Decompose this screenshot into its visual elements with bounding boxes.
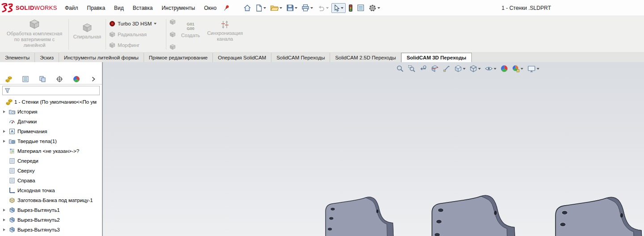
open-button[interactable] — [269, 3, 284, 13]
display-manager-tab[interactable] — [72, 75, 81, 84]
tree-item-cut-extrude-2[interactable]: Вырез-Вытянуть2 — [0, 215, 102, 225]
menu-edit[interactable]: Правка — [83, 3, 110, 13]
display-style-button[interactable] — [469, 64, 481, 73]
tab-solidcam-25d[interactable]: SolidCAM 2.5D Переходы — [330, 53, 401, 62]
tab-solidcam-3d[interactable]: SolidCAM 3D Переходы — [401, 53, 471, 62]
turbo-3d-hsm-button[interactable]: Turbo 3D HSM — [109, 18, 163, 29]
panel-expand-arrow[interactable] — [89, 75, 98, 84]
tree-item-solid-bodies[interactable]: Твердые тела(1) — [0, 136, 102, 146]
view-settings-caret[interactable] — [537, 68, 539, 70]
turbo-caret[interactable] — [154, 23, 157, 25]
configuration-manager-tab[interactable] — [38, 75, 47, 84]
apply-scene-button[interactable] — [512, 64, 524, 73]
tree-item-top-plane[interactable]: Сверху — [0, 166, 102, 176]
select-tool-button[interactable] — [331, 3, 346, 13]
expand-arrow-icon[interactable] — [2, 110, 7, 113]
expand-arrow-icon[interactable] — [2, 228, 7, 231]
radial-button[interactable]: Радиальная — [109, 29, 163, 40]
menu-tools[interactable]: Инструменты — [157, 3, 199, 13]
tab-features[interactable]: Элементы — [0, 53, 35, 62]
options-caret[interactable] — [377, 7, 380, 9]
tab-direct-editing[interactable]: Прямое редактирование — [144, 53, 213, 62]
traffic-light-button[interactable] — [347, 3, 354, 13]
tree-item-label: Заготовка-Банка под матрицу-1 — [17, 198, 93, 203]
feature-tree-tab[interactable] — [4, 75, 13, 84]
tree-item-cut-extrude-3[interactable]: Вырез-Вытянуть3 — [0, 225, 102, 235]
tree-item-right-plane[interactable]: Справа — [0, 176, 102, 185]
morph-button[interactable]: Морфинг — [109, 40, 163, 51]
filter-input[interactable] — [12, 87, 99, 94]
save-caret[interactable] — [295, 7, 297, 9]
tree-item-annotations[interactable]: A Примечания — [0, 126, 102, 136]
options-button[interactable] — [367, 3, 381, 13]
hide-show-items-button[interactable] — [484, 65, 497, 72]
tab-solidcam-operation[interactable]: Операция SolidCAM — [213, 53, 271, 62]
tab-mold-tools[interactable]: Инструменты литейной формы — [59, 53, 144, 62]
print-button[interactable] — [300, 3, 314, 13]
new-document-caret[interactable] — [263, 7, 266, 9]
menu-view[interactable]: Вид — [110, 3, 128, 13]
sync-channel-button[interactable]: Синхронизация канала — [203, 17, 246, 51]
tab-solidcam-operations[interactable]: SolidCAM Переходы — [271, 53, 330, 62]
material-icon — [8, 148, 16, 155]
wall-part-2 — [432, 195, 516, 236]
tree-item-front-plane[interactable]: Спереди — [0, 156, 102, 166]
edit-appearance-sphere-icon — [500, 65, 508, 72]
previous-view-button[interactable] — [419, 64, 428, 73]
link-cube-icon[interactable] — [169, 44, 176, 50]
annotation-views-button[interactable] — [442, 64, 451, 73]
task-list-button[interactable] — [356, 3, 366, 13]
apply-scene-caret[interactable] — [521, 68, 523, 70]
tree-root-part[interactable]: 1 - Стенки (По умолчанию<<По ум — [0, 97, 102, 107]
zoom-fit-button[interactable] — [396, 64, 404, 73]
waterline-label: Обработка комплексная по ватерлиниям с л… — [4, 31, 64, 48]
menu-insert[interactable]: Вставка — [129, 3, 157, 13]
cut-extrude-icon — [8, 226, 16, 233]
hsm-group: Turbo 3D HSM Радиальная Морфинг — [107, 17, 165, 51]
create-gcode-button[interactable]: G01G00 Создать — [178, 17, 203, 51]
view-orientation-button[interactable] — [454, 64, 466, 73]
graphics-viewport[interactable] — [103, 62, 644, 236]
expand-arrow-icon[interactable] — [2, 140, 7, 143]
expand-arrow-icon[interactable] — [2, 209, 7, 211]
link-cube-icon[interactable] — [169, 31, 176, 38]
select-tool-caret[interactable] — [341, 7, 343, 9]
section-view-button[interactable] — [431, 64, 439, 73]
save-button[interactable] — [285, 3, 299, 13]
tree-item-origin[interactable]: Исходная точка — [0, 185, 102, 195]
pin-icon[interactable] — [223, 4, 229, 12]
edit-appearance-button[interactable] — [500, 64, 508, 73]
display-style-caret[interactable] — [478, 68, 481, 70]
expand-arrow-icon[interactable] — [2, 130, 7, 133]
print-caret[interactable] — [310, 7, 313, 9]
expand-arrow-icon[interactable] — [2, 219, 7, 221]
open-caret[interactable] — [280, 7, 282, 9]
options-gear-icon — [369, 4, 377, 12]
undo-button[interactable] — [316, 4, 330, 13]
tab-sketch[interactable]: Эскиз — [35, 53, 59, 62]
property-manager-tab[interactable] — [21, 75, 30, 84]
tree-item-material[interactable]: Материал <не указан>->? — [0, 146, 102, 156]
home-button[interactable] — [242, 3, 253, 13]
view-orientation-caret[interactable] — [463, 68, 466, 70]
undo-caret[interactable] — [326, 7, 329, 9]
zoom-area-icon — [408, 65, 415, 72]
tree-item-stock[interactable]: Заготовка-Банка под матрицу-1 — [0, 195, 102, 205]
tree-filter[interactable] — [2, 86, 100, 95]
view-settings-button[interactable] — [527, 65, 540, 73]
hide-show-caret[interactable] — [494, 68, 496, 70]
tree-item-label: История — [17, 109, 38, 114]
dimxpert-manager-tab[interactable] — [55, 75, 64, 84]
menu-file[interactable]: Файл — [61, 3, 82, 13]
new-document-button[interactable] — [254, 3, 267, 13]
tree-item-cut-extrude-1[interactable]: Вырез-Вытянуть1 — [0, 205, 102, 215]
tree-item-history[interactable]: История — [0, 107, 102, 117]
waterline-machining-button[interactable]: Обработка комплексная по ватерлиниям с л… — [2, 17, 67, 51]
menu-window[interactable]: Окно — [200, 3, 220, 13]
tree-item-sensors[interactable]: Датчики — [0, 117, 102, 126]
zoom-area-button[interactable] — [407, 64, 416, 73]
model-parts[interactable] — [103, 185, 644, 236]
link-group — [168, 17, 178, 51]
link-cube-icon[interactable] — [169, 19, 176, 25]
spiral-button[interactable]: Спиральная — [70, 17, 104, 51]
